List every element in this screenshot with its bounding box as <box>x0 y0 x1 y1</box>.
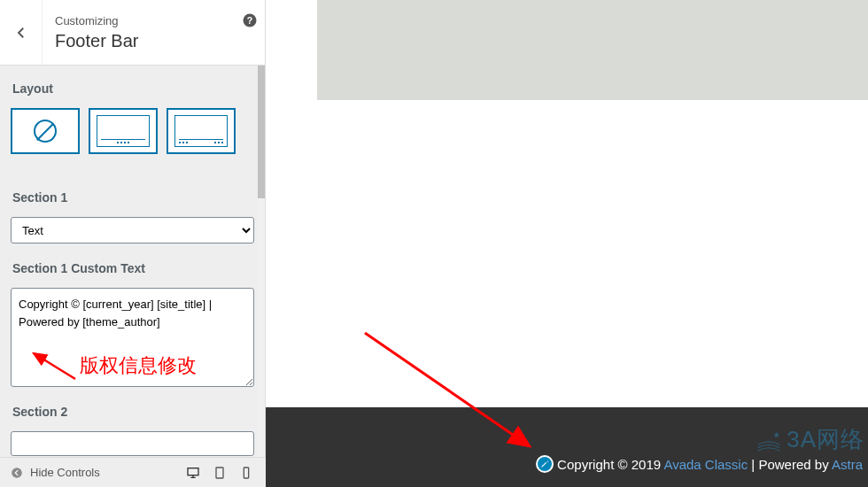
chevron-left-icon <box>13 25 29 41</box>
svg-point-2 <box>12 468 22 478</box>
hide-controls-label: Hide Controls <box>30 466 100 479</box>
preview-content-placeholder <box>317 0 868 100</box>
watermark: 3A网络 <box>756 424 864 455</box>
section1-textarea[interactable] <box>11 288 254 387</box>
layout-label: Layout <box>0 66 265 108</box>
hide-controls-button[interactable]: Hide Controls <box>0 466 174 479</box>
layout-options <box>0 108 265 163</box>
section2-select[interactable] <box>11 431 254 456</box>
device-buttons <box>174 466 266 480</box>
section1-label: Section 1 <box>0 174 265 217</box>
svg-rect-4 <box>216 468 223 478</box>
globe-icon <box>756 428 781 452</box>
panel-footer: Hide Controls <box>0 457 266 487</box>
collapse-icon <box>11 467 23 479</box>
help-button[interactable]: ? <box>235 0 265 65</box>
pencil-icon <box>540 460 549 468</box>
back-button[interactable] <box>0 0 43 65</box>
svg-rect-5 <box>244 468 248 478</box>
svg-marker-6 <box>773 431 779 437</box>
breadcrumb: Customizing <box>55 14 222 27</box>
svg-text:?: ? <box>247 15 252 26</box>
layout-option-disabled[interactable] <box>11 108 80 154</box>
section1-select[interactable]: Text <box>11 217 254 244</box>
panel-title: Footer Bar <box>55 31 222 51</box>
edit-shortcut-button[interactable] <box>536 455 554 473</box>
mobile-icon[interactable] <box>239 466 253 480</box>
preview-footer: 3A网络 Copyright © 2019 Avada Classic | Po… <box>266 407 868 487</box>
section1-custom-text-label: Section 1 Custom Text <box>0 252 265 288</box>
panel-header: Customizing Footer Bar ? <box>0 0 265 66</box>
tablet-icon[interactable] <box>213 466 227 480</box>
help-icon: ? <box>242 12 258 28</box>
panel-body: Layout Section 1 Text Section 1 Custom T… <box>0 66 265 487</box>
theme-author-link[interactable]: Astra <box>832 457 863 472</box>
no-icon <box>34 120 57 143</box>
copyright-text: Copyright © 2019 Avada Classic | Powered… <box>557 457 863 472</box>
desktop-icon[interactable] <box>186 466 200 480</box>
layout-option-split[interactable] <box>167 108 236 154</box>
section2-label: Section 2 <box>0 399 265 431</box>
site-title-link[interactable]: Avada Classic <box>663 457 748 472</box>
preview-pane: 3A网络 Copyright © 2019 Avada Classic | Po… <box>266 0 868 487</box>
watermark-text: 3A网络 <box>787 424 864 455</box>
scrollbar[interactable] <box>258 66 265 457</box>
svg-rect-3 <box>188 468 198 475</box>
layout-option-single[interactable] <box>89 108 158 154</box>
